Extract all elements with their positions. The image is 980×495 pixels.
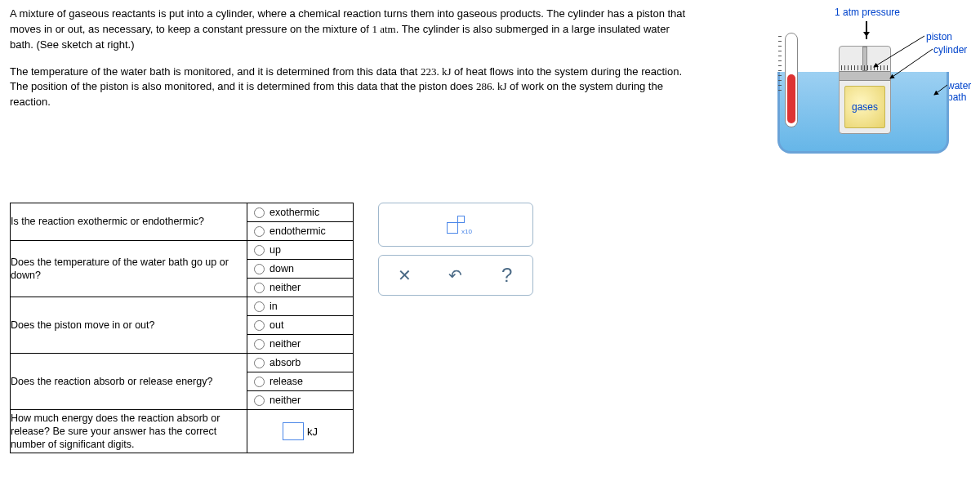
q3-opt-in[interactable]: in <box>247 297 353 315</box>
help-button[interactable]: ? <box>495 263 519 288</box>
svg-line-0 <box>874 36 924 67</box>
svg-line-2 <box>934 85 947 95</box>
toolbox: x10 ✕ ↶ ? <box>378 203 533 296</box>
undo-button[interactable]: ↶ <box>443 263 468 288</box>
q1-text: Is the reaction exothermic or endothermi… <box>11 203 247 241</box>
prompt-p2a: The temperature of the water bath is mon… <box>10 65 421 78</box>
undo-icon: ↶ <box>448 265 462 285</box>
q1-label-endothermic: endothermic <box>270 225 326 237</box>
q5-answer-input[interactable] <box>283 422 304 440</box>
sci-exp-box-icon <box>457 216 465 223</box>
sci-main-box-icon <box>447 222 458 234</box>
q4-opt-release[interactable]: release <box>247 372 353 390</box>
q4-label-neither: neither <box>270 395 301 406</box>
q3-opt-neither[interactable]: neither <box>247 334 353 353</box>
prompt-286kj: 286. kJ <box>476 80 507 92</box>
q4-text: Does the reaction absorb or release ener… <box>11 354 247 410</box>
q2-label-neither: neither <box>270 282 301 293</box>
clear-button[interactable]: ✕ <box>392 263 416 288</box>
q2-label-up: up <box>270 244 281 256</box>
q4-radio-neither[interactable] <box>254 395 265 406</box>
q2-opt-neither[interactable]: neither <box>247 278 353 297</box>
prompt-1atm: 1 atm <box>372 23 395 35</box>
q2-opt-down[interactable]: down <box>247 259 353 278</box>
q2-text: Does the temperature of the water bath g… <box>11 241 247 297</box>
q3-radio-in[interactable] <box>254 301 265 312</box>
prompt-223kj: 223. kJ <box>421 65 452 78</box>
problem-statement: A mixture of gaseous reactants is put in… <box>10 7 688 122</box>
sci-x10-label: x10 <box>461 228 472 235</box>
sci-notation-button[interactable]: x10 <box>378 203 533 247</box>
x-icon: ✕ <box>398 265 412 285</box>
q5-text: How much energy does the reaction absorb… <box>11 410 247 453</box>
q3-label-out: out <box>270 319 283 331</box>
q2-opt-up[interactable]: up <box>247 241 353 259</box>
q1-label-exothermic: exothermic <box>270 207 319 218</box>
q2-radio-neither[interactable] <box>254 283 265 293</box>
q2-radio-down[interactable] <box>254 264 265 274</box>
q1-opt-exothermic[interactable]: exothermic <box>247 203 353 221</box>
sketch-diagram: 1 atm pressure piston cylinder water bat… <box>704 7 973 170</box>
q1-radio-endothermic[interactable] <box>254 226 265 237</box>
q3-opt-out[interactable]: out <box>247 315 353 334</box>
q3-label-in: in <box>270 301 278 312</box>
q3-radio-neither[interactable] <box>254 339 265 350</box>
question-table: Is the reaction exothermic or endothermi… <box>10 203 354 453</box>
q1-opt-endothermic[interactable]: endothermic <box>247 221 353 240</box>
q3-label-neither: neither <box>270 338 301 350</box>
q4-radio-absorb[interactable] <box>254 358 265 368</box>
q3-radio-out[interactable] <box>254 320 265 331</box>
q5-unit: kJ <box>307 426 318 438</box>
q3-text: Does the piston move in or out? <box>11 297 247 354</box>
q2-label-down: down <box>270 263 294 274</box>
q4-opt-neither[interactable]: neither <box>247 390 353 409</box>
help-icon: ? <box>501 264 512 287</box>
q4-label-release: release <box>270 376 303 387</box>
q2-radio-up[interactable] <box>254 245 265 256</box>
q4-radio-release[interactable] <box>254 377 265 387</box>
q4-label-absorb: absorb <box>270 357 301 368</box>
q1-radio-exothermic[interactable] <box>254 207 265 218</box>
pointer-lines <box>704 7 973 170</box>
q4-opt-absorb[interactable]: absorb <box>247 354 353 372</box>
